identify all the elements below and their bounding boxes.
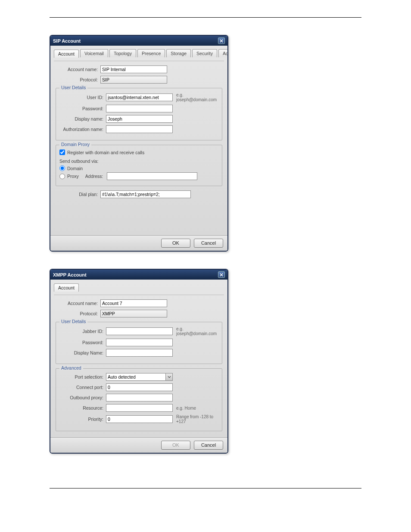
account-name-input[interactable] [100, 299, 167, 307]
radio-proxy-label: Proxy [67, 174, 79, 179]
domain-proxy-legend: Domain Proxy [59, 142, 91, 147]
password-input[interactable] [106, 105, 173, 112]
sip-button-bar: OK Cancel [50, 235, 227, 251]
tab-storage[interactable]: Storage [166, 49, 191, 57]
display-name-input[interactable] [106, 349, 173, 357]
user-id-hint: e.g. joseph@domain.com [173, 93, 218, 102]
label-protocol: Protocol: [54, 77, 100, 82]
label-protocol: Protocol: [54, 311, 100, 316]
radio-domain-label: Domain [67, 166, 83, 171]
sip-tabs: Account Voicemail Topology Presence Stor… [54, 49, 224, 57]
user-details-legend: User Details [59, 85, 87, 90]
close-icon[interactable] [218, 37, 225, 44]
chevron-down-icon[interactable] [165, 373, 172, 380]
label-password: Password: [59, 340, 106, 345]
xmpp-tabs: Account [54, 283, 224, 291]
protocol-field [100, 310, 167, 317]
tab-topology[interactable]: Topology [109, 49, 136, 57]
tab-account[interactable]: Account [54, 283, 79, 292]
connect-port-input[interactable] [106, 383, 173, 391]
close-icon[interactable] [218, 271, 225, 278]
advanced-legend: Advanced [59, 365, 83, 370]
dial-plan-input[interactable] [100, 190, 191, 198]
priority-hint: Range from -128 to +127 [173, 414, 218, 424]
register-checkbox[interactable] [59, 149, 65, 155]
page-bottom-rule [50, 488, 361, 488]
label-password: Password: [59, 106, 106, 111]
domain-proxy-group: Domain Proxy Register with domain and re… [56, 145, 222, 186]
advanced-group: Advanced Port selection: Connect port: [56, 368, 222, 431]
sip-titlebar: SIP Account [50, 36, 227, 46]
tab-security[interactable]: Security [192, 49, 217, 57]
label-dial-plan: Dial plan: [54, 192, 100, 197]
jabber-id-hint: e.g. joseph@domain.com [173, 327, 218, 336]
label-user-id: User ID: [59, 95, 106, 100]
user-id-input[interactable] [106, 93, 173, 101]
page-top-rule [50, 17, 361, 18]
password-input[interactable] [106, 339, 173, 346]
ok-button[interactable]: OK [161, 441, 190, 450]
xmpp-account-dialog: XMPP Account Account Account name: Proto… [50, 269, 228, 454]
display-name-input[interactable] [106, 115, 173, 123]
xmpp-title: XMPP Account [53, 272, 87, 277]
label-jabber-id: Jabber ID: [59, 329, 106, 334]
label-port-selection: Port selection: [59, 374, 106, 380]
priority-input[interactable] [106, 415, 173, 423]
tab-advanced[interactable]: Advanced [218, 49, 228, 57]
cancel-button[interactable]: Cancel [194, 441, 223, 450]
account-name-input[interactable] [100, 65, 167, 73]
auth-name-input[interactable] [106, 125, 173, 133]
tab-account[interactable]: Account [54, 50, 79, 58]
proxy-address-input[interactable] [107, 172, 197, 180]
port-selection-dropdown[interactable] [106, 373, 173, 381]
sip-title: SIP Account [53, 38, 81, 44]
label-display-name: Display name: [59, 116, 106, 121]
send-outbound-label: Send outbound via: [59, 159, 218, 164]
xmpp-titlebar: XMPP Account [50, 270, 227, 280]
label-auth-name: Authorization name: [59, 127, 106, 132]
label-display-name: Display Name: [59, 350, 106, 355]
resource-hint: e.g. Home [173, 406, 218, 411]
radio-proxy[interactable] [59, 174, 65, 179]
protocol-field [100, 76, 167, 84]
label-outbound-proxy: Outbound proxy: [59, 395, 106, 400]
sip-account-dialog: SIP Account Account Voicemail Topology P… [50, 35, 228, 252]
register-label: Register with domain and receive calls [67, 150, 144, 155]
port-selection-value[interactable] [106, 373, 173, 381]
user-details-group: User Details User ID: e.g. joseph@domain… [56, 88, 222, 140]
jabber-id-input[interactable] [106, 327, 173, 335]
outbound-proxy-input[interactable] [106, 394, 173, 401]
ok-button[interactable]: OK [161, 239, 190, 248]
cancel-button[interactable]: Cancel [194, 239, 223, 248]
label-resource: Resource: [59, 405, 106, 411]
resource-input[interactable] [106, 404, 173, 412]
tab-voicemail[interactable]: Voicemail [80, 49, 108, 57]
label-connect-port: Connect port: [59, 385, 106, 390]
label-account-name: Account name: [54, 67, 100, 72]
label-priority: Priority: [59, 417, 106, 422]
user-details-legend: User Details [59, 319, 87, 324]
radio-domain[interactable] [59, 165, 65, 171]
label-account-name: Account name: [54, 301, 100, 306]
address-label: Address: [85, 174, 103, 179]
xmpp-button-bar: OK Cancel [50, 437, 227, 453]
tab-presence[interactable]: Presence [137, 49, 165, 57]
user-details-group: User Details Jabber ID: e.g. joseph@doma… [56, 322, 222, 364]
